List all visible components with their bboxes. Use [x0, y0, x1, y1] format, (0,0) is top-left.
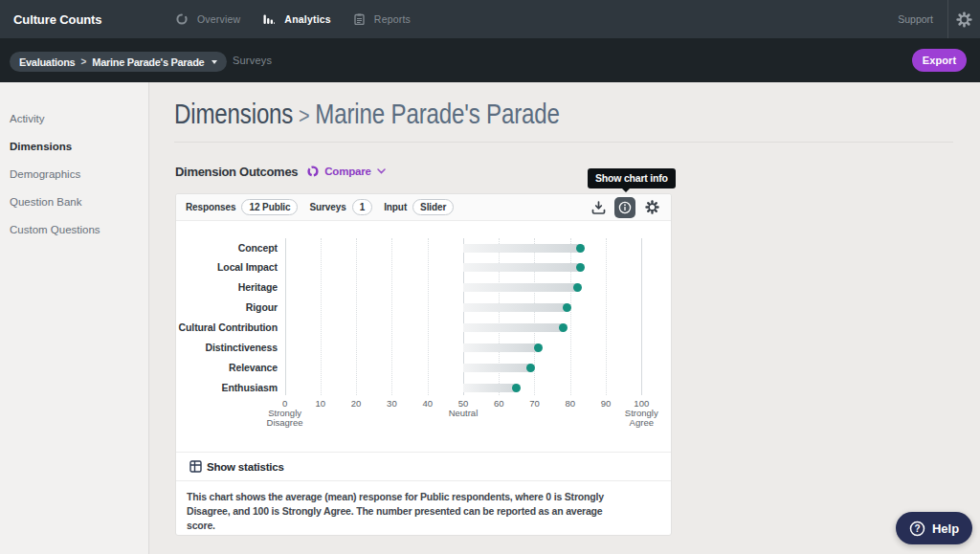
- help-label: Help: [932, 521, 959, 536]
- gridline-20: [356, 238, 357, 395]
- chart-description: This chart shows the average (mean) resp…: [176, 480, 671, 536]
- app-window: Culture Counts Overview Analytics: [0, 0, 980, 554]
- input-label: Input: [384, 202, 407, 212]
- gridline-80: [570, 238, 571, 395]
- nav-item-reports[interactable]: Reports: [354, 13, 411, 25]
- sidebar-item-custom-questions[interactable]: Custom Questions: [0, 215, 148, 243]
- dot[interactable]: [563, 303, 571, 312]
- tick-sublabel: Agree: [612, 418, 670, 428]
- tick-label-70: 70: [515, 398, 553, 409]
- reports-doc-icon: [354, 13, 365, 25]
- section-title: Dimension Outcomes: [175, 165, 298, 179]
- surveys-pill[interactable]: 1: [352, 199, 372, 215]
- bar: [463, 343, 538, 352]
- overview-ring-icon: [176, 13, 188, 25]
- gridline-0: [285, 238, 286, 395]
- gridline-70: [534, 238, 535, 395]
- breadcrumb-evaluations[interactable]: Evaluations: [19, 56, 75, 68]
- dimension-outcomes-card: Responses 12 Public Surveys 1 Input Slid…: [175, 193, 672, 536]
- dimension-outcomes-chart: 0102030405060708090100StronglyDisagreeNe…: [176, 221, 671, 452]
- secondary-bar: Evaluations > Marine Parade's Parade Sur…: [0, 38, 980, 82]
- tick-label-10: 10: [301, 398, 340, 409]
- tooltip-arrow: [622, 188, 630, 192]
- download-icon[interactable]: [587, 196, 610, 219]
- dot[interactable]: [534, 343, 543, 352]
- page-title-section: Dimensions: [174, 99, 293, 129]
- bar: [463, 303, 567, 312]
- analytics-bars-icon: [263, 13, 275, 25]
- tick-label-40: 40: [409, 398, 447, 409]
- info-icon[interactable]: [614, 197, 635, 218]
- gridline-10: [321, 238, 322, 395]
- primary-nav: Overview Analytics: [176, 0, 411, 38]
- surveys-link[interactable]: Surveys: [233, 38, 272, 82]
- tooltip-text: Show chart info: [595, 172, 668, 184]
- chart-info-tooltip: Show chart info: [588, 168, 676, 188]
- bar: [463, 283, 577, 292]
- tick-label-20: 20: [337, 398, 375, 409]
- table-grid-icon: [189, 460, 202, 473]
- export-button[interactable]: Export: [912, 49, 967, 72]
- dot[interactable]: [559, 323, 568, 332]
- dot[interactable]: [512, 384, 521, 392]
- sidebar-list: Activity Dimensions Demographics Questio…: [0, 82, 148, 243]
- category-label: Distinctiveness: [176, 342, 278, 353]
- show-statistics-row[interactable]: Show statistics: [176, 452, 671, 480]
- title-divider: [174, 142, 953, 143]
- compare-ring-icon: [307, 166, 319, 177]
- bar: [463, 384, 517, 392]
- bar: [463, 364, 531, 372]
- sidebar: Activity Dimensions Demographics Questio…: [0, 82, 149, 554]
- page-title-separator: >: [293, 102, 315, 128]
- dot[interactable]: [526, 364, 535, 372]
- nav-item-label: Overview: [197, 13, 240, 25]
- question-circle-icon: ?: [909, 521, 925, 537]
- compare-control[interactable]: Compare: [307, 166, 385, 177]
- sidebar-item-question-bank[interactable]: Question Bank: [0, 188, 148, 215]
- gear-icon[interactable]: [948, 0, 980, 38]
- nav-item-overview[interactable]: Overview: [176, 13, 240, 25]
- sidebar-item-dimensions[interactable]: Dimensions: [0, 132, 148, 160]
- breadcrumb-separator: >: [80, 56, 86, 67]
- caret-down-icon: [212, 60, 217, 64]
- chevron-down-icon: [377, 168, 386, 174]
- breadcrumb[interactable]: Evaluations > Marine Parade's Parade: [10, 52, 227, 72]
- tick-label-80: 80: [551, 398, 590, 409]
- settings-gear-icon[interactable]: [640, 196, 663, 219]
- category-label: Rigour: [176, 301, 278, 313]
- help-button[interactable]: ? Help: [896, 512, 972, 544]
- tick-sublabel: Neutral: [434, 409, 492, 418]
- sidebar-item-activity[interactable]: Activity: [0, 104, 148, 132]
- show-statistics-label: Show statistics: [207, 461, 284, 473]
- responses-pill[interactable]: 12 Public: [241, 199, 298, 215]
- nav-item-analytics[interactable]: Analytics: [263, 13, 331, 25]
- top-navigation-bar: Culture Counts Overview Analytics: [0, 0, 980, 38]
- category-label: Enthusiasm: [176, 382, 278, 393]
- section-head: Dimension Outcomes Compare: [175, 162, 386, 181]
- gridline-30: [391, 238, 392, 395]
- dot[interactable]: [573, 283, 582, 292]
- category-label: Concept: [176, 242, 278, 254]
- tick-sublabel: Disagree: [256, 418, 314, 428]
- sidebar-item-demographics[interactable]: Demographics: [0, 160, 148, 188]
- topbar-right-group: Support: [898, 0, 980, 38]
- nav-item-label: Reports: [374, 13, 411, 25]
- support-link[interactable]: Support: [898, 13, 933, 25]
- responses-label: Responses: [186, 202, 235, 212]
- brand-logo[interactable]: Culture Counts: [13, 0, 101, 38]
- dot[interactable]: [576, 244, 585, 253]
- main-content: Dimensions>Marine Parade's Parade Dimens…: [150, 82, 980, 554]
- page-title: Dimensions>Marine Parade's Parade: [174, 99, 560, 131]
- bar: [463, 244, 581, 253]
- category-label: Cultural Contribution: [176, 321, 278, 333]
- breadcrumb-current[interactable]: Marine Parade's Parade: [92, 56, 204, 68]
- tick-label-90: 90: [587, 398, 625, 409]
- tick-label-30: 30: [372, 398, 411, 409]
- compare-label: Compare: [324, 166, 370, 177]
- gridline-90: [606, 238, 607, 395]
- bar: [463, 263, 581, 272]
- dot[interactable]: [576, 263, 585, 272]
- nav-item-label: Analytics: [284, 13, 331, 25]
- input-pill[interactable]: Slider: [412, 199, 454, 215]
- category-label: Relevance: [176, 362, 278, 373]
